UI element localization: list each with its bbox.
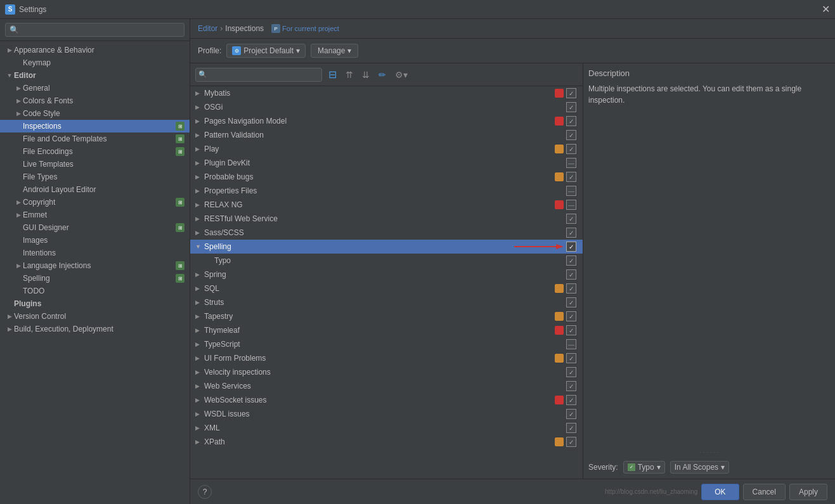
table-row[interactable]: ▶ RELAX NG — <box>190 198 583 212</box>
sidebar-item-language-injections[interactable]: ▶ Language Injections ⊞ <box>0 259 190 272</box>
checkbox[interactable]: ✓ <box>566 283 576 294</box>
profile-dropdown[interactable]: ⚙ Project Default ▾ <box>226 44 306 58</box>
table-row[interactable]: ▶ Probable bugs ✓ <box>190 170 583 184</box>
severity-dropdown[interactable]: ✓ Typo ▾ <box>623 461 665 474</box>
sidebar-item-keymap[interactable]: Keymap <box>0 56 190 69</box>
checkbox[interactable]: — <box>566 186 576 196</box>
checkbox[interactable]: ✓ <box>566 423 576 433</box>
arrow-icon: ▶ <box>195 132 204 138</box>
inspection-search-input[interactable] <box>195 68 322 82</box>
checkbox[interactable]: ✓ <box>566 381 576 391</box>
collapse-all-button[interactable]: ⇊ <box>359 68 372 81</box>
sidebar-item-images[interactable]: Images <box>0 234 190 247</box>
table-row[interactable]: ▶ Web Services ✓ <box>190 379 583 393</box>
table-row[interactable]: ▶ Pages Navigation Model ✓ <box>190 114 583 128</box>
table-row[interactable]: ▶ UI Form Problems ✓ <box>190 351 583 365</box>
checkbox[interactable]: ✓ <box>566 367 576 377</box>
sidebar-item-file-types[interactable]: File Types <box>0 171 190 183</box>
sidebar-item-spelling[interactable]: Spelling ⊞ <box>0 272 190 285</box>
settings-button[interactable]: ⚙▾ <box>392 68 410 81</box>
sidebar-item-editor[interactable]: ▼ Editor <box>0 69 190 82</box>
table-row[interactable]: ▶ Tapestry ✓ <box>190 309 583 323</box>
sidebar-item-live-templates[interactable]: Live Templates <box>0 158 190 171</box>
checkbox[interactable]: ✓ <box>566 116 576 126</box>
cancel-button[interactable]: Cancel <box>743 484 786 500</box>
table-row[interactable]: ▶ Plugin DevKit — <box>190 156 583 170</box>
table-row[interactable]: ▶ XPath ✓ <box>190 435 583 449</box>
arrow-icon: ▶ <box>14 199 23 205</box>
svg-marker-1 <box>556 244 564 249</box>
table-row[interactable]: ▶ TypeScript — <box>190 337 583 351</box>
checkbox[interactable]: ✓ <box>566 130 576 140</box>
table-row[interactable]: ▶ OSGi ✓ <box>190 100 583 114</box>
table-row[interactable]: ▶ Velocity inspections ✓ <box>190 365 583 379</box>
checkbox[interactable]: ✓ <box>566 269 576 280</box>
checkbox[interactable]: ✓ <box>566 102 576 112</box>
apply-button[interactable]: Apply <box>789 484 827 500</box>
checkbox[interactable]: ✓ <box>566 242 576 252</box>
close-button[interactable]: ✕ <box>822 4 830 15</box>
sidebar-item-android-layout-editor[interactable]: Android Layout Editor <box>0 183 190 196</box>
expand-all-button[interactable]: ⇈ <box>343 68 356 81</box>
scope-dropdown[interactable]: In All Scopes ▾ <box>670 461 729 474</box>
red-arrow-indicator <box>384 242 564 252</box>
sidebar-item-code-style[interactable]: ▶ Code Style <box>0 107 190 120</box>
table-row[interactable]: ▶ Mybatis ✓ <box>190 86 583 100</box>
sidebar-item-copyright[interactable]: ▶ Copyright ⊞ <box>0 196 190 209</box>
checkbox[interactable]: ✓ <box>566 228 576 238</box>
edit-button[interactable]: ✏ <box>376 68 389 81</box>
checkbox[interactable]: ✓ <box>566 325 576 335</box>
checkbox[interactable]: ✓ <box>566 311 576 321</box>
manage-button[interactable]: Manage ▾ <box>311 44 358 58</box>
filter-button[interactable]: ⊟ <box>326 67 339 82</box>
checkbox[interactable]: ✓ <box>566 437 576 447</box>
ok-button[interactable]: OK <box>701 484 739 500</box>
sidebar-item-file-encodings[interactable]: File Encodings ⊞ <box>0 145 190 158</box>
checkbox[interactable]: ✓ <box>566 214 576 224</box>
sidebar-item-file-code-templates[interactable]: File and Code Templates ⊞ <box>0 132 190 145</box>
sidebar-search-input[interactable] <box>5 23 184 37</box>
sidebar-item-general[interactable]: ▶ General <box>0 82 190 94</box>
table-row[interactable]: ▶ Properties Files — <box>190 184 583 198</box>
table-row[interactable]: Typo ✓ <box>190 254 583 268</box>
checkbox[interactable]: — <box>566 158 576 168</box>
table-row[interactable]: ▼ Spelling ✓ <box>190 240 583 254</box>
help-button[interactable]: ? <box>198 485 212 499</box>
checkbox[interactable]: ✓ <box>566 255 576 266</box>
checkbox[interactable]: — <box>566 339 576 349</box>
sidebar-item-version-control[interactable]: ▶ Version Control <box>0 310 190 323</box>
table-row[interactable]: ▶ Spring ✓ <box>190 268 583 281</box>
checkbox[interactable]: ✓ <box>566 144 576 154</box>
sidebar-item-plugins[interactable]: Plugins <box>0 297 190 310</box>
table-row[interactable]: ▶ Sass/SCSS ✓ <box>190 226 583 240</box>
sidebar-item-gui-designer[interactable]: GUI Designer ⊞ <box>0 221 190 234</box>
sidebar-item-colors-fonts[interactable]: ▶ Colors & Fonts <box>0 94 190 107</box>
checkbox[interactable]: ✓ <box>566 297 576 307</box>
table-row[interactable]: ▶ WebSocket issues ✓ <box>190 393 583 407</box>
table-row[interactable]: ▶ RESTful Web Service ✓ <box>190 212 583 226</box>
sidebar-item-build-execution[interactable]: ▶ Build, Execution, Deployment <box>0 323 190 335</box>
table-row[interactable]: ▶ XML ✓ <box>190 421 583 435</box>
help-label: ? <box>203 488 207 496</box>
table-row[interactable]: ▶ Play ✓ <box>190 142 583 156</box>
table-row[interactable]: ▶ WSDL issues ✓ <box>190 407 583 421</box>
sidebar-item-intentions[interactable]: Intentions <box>0 247 190 259</box>
table-row[interactable]: ▶ Thymeleaf ✓ <box>190 323 583 337</box>
table-row[interactable]: ▶ Pattern Validation ✓ <box>190 128 583 142</box>
table-row[interactable]: ▶ SQL ✓ <box>190 281 583 295</box>
checkbox[interactable]: — <box>566 200 576 210</box>
table-row[interactable]: ▶ Struts ✓ <box>190 295 583 309</box>
checkbox[interactable]: ✓ <box>566 353 576 363</box>
sidebar-item-inspections[interactable]: Inspections ⊞ <box>0 120 190 132</box>
arrow-icon: ▶ <box>14 262 23 269</box>
sidebar-item-appearance[interactable]: ▶ Appearance & Behavior <box>0 44 190 56</box>
sidebar-item-emmet[interactable]: ▶ Emmet <box>0 209 190 221</box>
checkbox[interactable]: ✓ <box>566 172 576 182</box>
scope-value: In All Scopes <box>675 463 718 472</box>
arrow-icon: ▶ <box>195 285 204 292</box>
checkbox[interactable]: ✓ <box>566 88 576 98</box>
breadcrumb-editor[interactable]: Editor <box>198 24 217 33</box>
sidebar-item-todo[interactable]: TODO <box>0 285 190 297</box>
checkbox[interactable]: ✓ <box>566 395 576 405</box>
checkbox[interactable]: ✓ <box>566 409 576 419</box>
